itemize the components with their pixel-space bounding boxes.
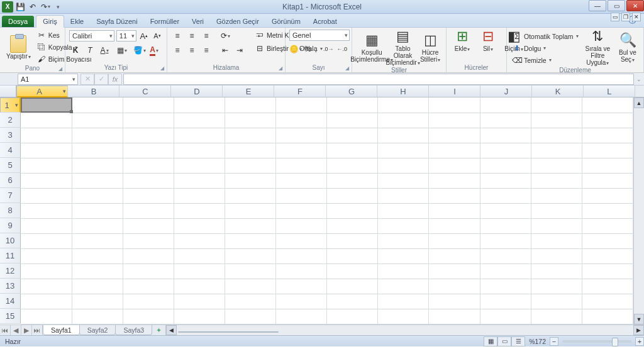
cell[interactable]: [378, 128, 429, 143]
cell[interactable]: [174, 248, 225, 263]
cell[interactable]: [225, 188, 275, 203]
cell[interactable]: [123, 294, 174, 309]
cell[interactable]: [123, 113, 174, 128]
cell[interactable]: [225, 279, 275, 294]
cell[interactable]: [582, 233, 633, 248]
cell[interactable]: [429, 294, 480, 309]
cell[interactable]: [72, 158, 123, 173]
cell[interactable]: [21, 248, 72, 263]
decrease-decimal-button[interactable]: ←.0: [336, 43, 348, 55]
dialog-launcher-icon[interactable]: ◢: [160, 65, 164, 71]
cell[interactable]: [327, 128, 378, 143]
sheet-nav-first-icon[interactable]: ⏮: [0, 325, 11, 335]
cell[interactable]: [174, 128, 225, 143]
cell[interactable]: [429, 203, 480, 218]
cell[interactable]: [327, 188, 378, 203]
row-header[interactable]: 7: [0, 188, 21, 203]
cell[interactable]: [582, 173, 633, 188]
cell[interactable]: [72, 203, 123, 218]
cell[interactable]: [225, 218, 275, 233]
row-header[interactable]: 2: [0, 113, 21, 128]
column-header[interactable]: L: [584, 86, 635, 97]
cell[interactable]: [531, 128, 582, 143]
cell[interactable]: [531, 309, 582, 324]
cell[interactable]: [123, 203, 174, 218]
cell[interactable]: [72, 143, 123, 158]
grow-font-button[interactable]: A▴: [138, 30, 150, 42]
cell[interactable]: [429, 173, 480, 188]
expand-formula-bar-icon[interactable]: ⌄: [634, 76, 644, 82]
cell[interactable]: [123, 263, 174, 279]
save-icon[interactable]: 💾: [14, 1, 26, 13]
tab-acrobat[interactable]: Acrobat: [307, 16, 343, 27]
row-header[interactable]: 3: [0, 128, 21, 143]
cancel-formula-icon[interactable]: ✕: [80, 74, 94, 85]
column-header[interactable]: H: [377, 86, 429, 97]
cell[interactable]: [378, 203, 429, 218]
cell[interactable]: [276, 279, 327, 294]
cell[interactable]: [480, 143, 531, 158]
cell[interactable]: [276, 294, 327, 309]
cell[interactable]: [531, 97, 582, 113]
row-header[interactable]: 4: [0, 143, 21, 158]
delete-cells-button[interactable]: ⊟Sil: [476, 30, 500, 53]
cell[interactable]: [72, 188, 123, 203]
cell[interactable]: [480, 173, 531, 188]
cell[interactable]: [225, 263, 275, 279]
cell[interactable]: [21, 158, 72, 173]
conditional-formatting-button[interactable]: ▦Koşullu Biçimlendirme: [356, 33, 387, 64]
cell[interactable]: [378, 158, 429, 173]
cell[interactable]: [327, 97, 378, 113]
page-layout-view-button[interactable]: ▭: [497, 336, 511, 346]
cell[interactable]: [123, 97, 174, 113]
cell[interactable]: [531, 294, 582, 309]
cell[interactable]: [123, 143, 174, 158]
cell[interactable]: [225, 309, 275, 324]
zoom-out-button[interactable]: −: [550, 337, 558, 346]
tab-data[interactable]: Veri: [186, 16, 210, 27]
cell[interactable]: [174, 309, 225, 324]
cell[interactable]: [276, 248, 327, 263]
cell[interactable]: [174, 263, 225, 279]
cell[interactable]: [531, 248, 582, 263]
workbook-close-icon[interactable]: ✕: [632, 13, 641, 21]
sheet-nav-next-icon[interactable]: ▶: [21, 325, 32, 335]
cell[interactable]: [582, 263, 633, 279]
zoom-slider[interactable]: [562, 340, 631, 343]
cell[interactable]: [429, 248, 480, 263]
italic-button[interactable]: T: [84, 44, 96, 57]
zoom-label[interactable]: %172: [525, 338, 550, 345]
paste-button[interactable]: Yapıştır: [4, 35, 33, 60]
column-header[interactable]: E: [223, 86, 274, 97]
cell[interactable]: [327, 248, 378, 263]
cell[interactable]: [72, 128, 123, 143]
scroll-left-icon[interactable]: ◀: [166, 325, 177, 335]
cell[interactable]: [429, 263, 480, 279]
cell[interactable]: [21, 279, 72, 294]
cell[interactable]: [480, 158, 531, 173]
cell[interactable]: [123, 248, 174, 263]
cell[interactable]: [276, 188, 327, 203]
row-header[interactable]: 5: [0, 158, 21, 173]
cell[interactable]: [21, 263, 72, 279]
clear-button[interactable]: ⌫Temizle: [511, 55, 580, 66]
cell[interactable]: [378, 173, 429, 188]
format-as-table-button[interactable]: ▤Tablo Olarak Biçimlendir: [389, 30, 416, 67]
cell[interactable]: [480, 309, 531, 324]
undo-icon[interactable]: ↶: [27, 1, 38, 13]
align-middle-button[interactable]: ≡: [186, 30, 198, 42]
sheet-tab-2[interactable]: Sayfa2: [79, 325, 116, 335]
cell[interactable]: [582, 188, 633, 203]
cell[interactable]: [327, 203, 378, 218]
cell[interactable]: [72, 279, 123, 294]
cell[interactable]: [582, 294, 633, 309]
cell[interactable]: [174, 279, 225, 294]
cell[interactable]: [21, 113, 72, 128]
cell[interactable]: [21, 218, 72, 233]
cell[interactable]: [174, 143, 225, 158]
cell[interactable]: [582, 279, 633, 294]
cell[interactable]: [378, 294, 429, 309]
cell[interactable]: [582, 128, 633, 143]
cell[interactable]: [72, 97, 123, 113]
cell[interactable]: [174, 97, 225, 113]
